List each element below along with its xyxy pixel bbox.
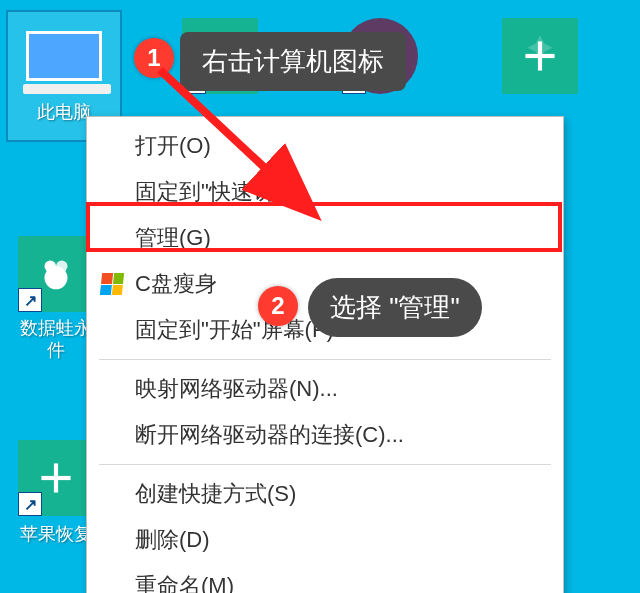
plus-tile-icon: [502, 18, 578, 94]
badge-number: 1: [147, 44, 160, 72]
monitor-icon: [26, 18, 102, 94]
menu-separator: [99, 464, 551, 465]
menu-item-label: 固定到"快速访问": [135, 177, 305, 207]
svg-point-1: [45, 261, 57, 273]
menu-item-label: 断开网络驱动器的连接(C)...: [135, 420, 404, 450]
menu-item-label: 打开(O): [135, 131, 211, 161]
annotation-callout-1: 右击计算机图标: [180, 32, 406, 91]
data-frog-icon: ↗: [18, 236, 94, 312]
callout-text: 选择 "管理": [330, 292, 460, 322]
menu-item-label: 重命名(M): [135, 571, 234, 593]
desktop-icon-this-pc[interactable]: 此电脑: [14, 18, 114, 124]
annotation-badge-1: 1: [134, 38, 174, 78]
shortcut-arrow-icon: ↗: [18, 492, 42, 516]
menu-separator: [99, 359, 551, 360]
menu-item-open[interactable]: 打开(O): [89, 123, 561, 169]
desktop-icon-plus[interactable]: [490, 18, 590, 100]
annotation-badge-2: 2: [258, 286, 298, 326]
menu-item-pin-quick-access[interactable]: 固定到"快速访问": [89, 169, 561, 215]
menu-item-rename[interactable]: 重命名(M): [89, 563, 561, 593]
annotation-callout-2: 选择 "管理": [308, 278, 482, 337]
menu-item-label: 映射网络驱动器(N)...: [135, 374, 338, 404]
badge-number: 2: [271, 292, 284, 320]
menu-item-label: C盘瘦身: [135, 269, 217, 299]
menu-item-manage[interactable]: 管理(G): [89, 215, 561, 261]
menu-item-label: 管理(G): [135, 223, 211, 253]
menu-item-label: 创建快捷方式(S): [135, 479, 296, 509]
menu-item-delete[interactable]: 删除(D): [89, 517, 561, 563]
windows-flag-icon: [99, 271, 125, 297]
menu-item-label: 删除(D): [135, 525, 210, 555]
menu-item-map-drive[interactable]: 映射网络驱动器(N)...: [89, 366, 561, 412]
menu-item-create-shortcut[interactable]: 创建快捷方式(S): [89, 471, 561, 517]
svg-point-2: [56, 261, 68, 273]
callout-text: 右击计算机图标: [202, 46, 384, 76]
menu-item-disconnect-drive[interactable]: 断开网络驱动器的连接(C)...: [89, 412, 561, 458]
menu-item-label: 固定到"开始"屏幕(P): [135, 315, 334, 345]
apple-recover-icon: ↗: [18, 440, 94, 516]
shortcut-arrow-icon: ↗: [18, 288, 42, 312]
context-menu: 打开(O) 固定到"快速访问" 管理(G) C盘瘦身 固定到"开始"屏幕(P) …: [86, 116, 564, 593]
